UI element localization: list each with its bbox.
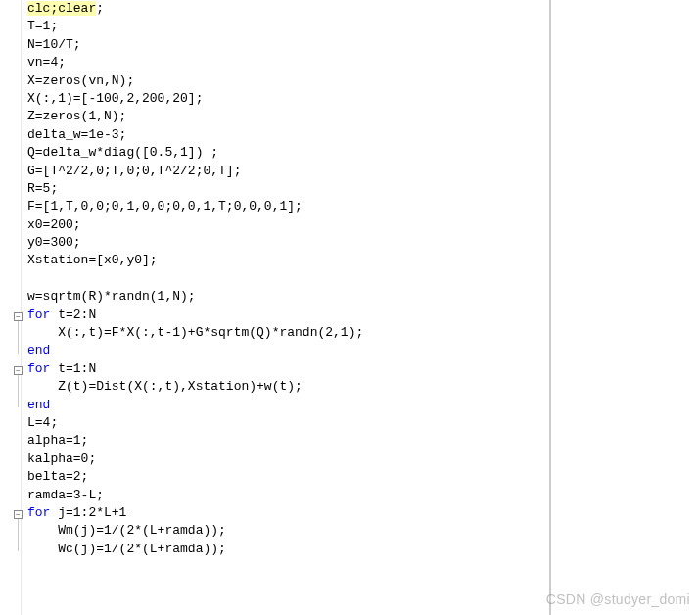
code-line: y0=300; bbox=[27, 234, 549, 252]
code-line: N=10/T; bbox=[27, 36, 549, 54]
code-line: Z(t)=Dist(X(:,t),Xstation)+w(t); bbox=[27, 378, 549, 396]
code-line: belta=2; bbox=[27, 468, 549, 486]
code-area: clc;clear;T=1;N=10/T;vn=4;X=zeros(vn,N);… bbox=[22, 0, 549, 615]
code-line: end bbox=[27, 397, 549, 414]
code-line: X=zeros(vn,N); bbox=[27, 72, 549, 90]
watermark: CSDN @studyer_domi bbox=[546, 591, 690, 607]
code-line: w=sqrtm(R)*randn(1,N); bbox=[27, 288, 549, 306]
code-line: X(:,1)=[-100,2,200,20]; bbox=[27, 90, 549, 108]
code-line: F=[1,T,0,0;0,1,0,0;0,0,1,T;0,0,0,1]; bbox=[27, 198, 549, 215]
fold-toggle[interactable]: − bbox=[14, 312, 23, 321]
code-line: vn=4; bbox=[27, 54, 549, 71]
code-line bbox=[27, 270, 549, 288]
code-editor: clc;clear;T=1;N=10/T;vn=4;X=zeros(vn,N);… bbox=[0, 0, 550, 615]
code-line: for j=1:2*L+1 bbox=[27, 504, 549, 522]
code-line: Wc(j)=1/(2*(L+ramda)); bbox=[27, 541, 549, 558]
code-line: G=[T^2/2,0;T,0;0,T^2/2;0,T]; bbox=[27, 163, 549, 180]
fold-line bbox=[18, 375, 19, 407]
code-line: clc;clear; bbox=[27, 0, 549, 18]
code-line: R=5; bbox=[27, 180, 549, 198]
fold-toggle[interactable]: − bbox=[14, 366, 23, 375]
code-line: L=4; bbox=[27, 414, 549, 432]
code-line: kalpha=0; bbox=[27, 450, 549, 468]
fold-line bbox=[18, 321, 19, 354]
right-panel bbox=[550, 0, 700, 615]
code-line: x0=200; bbox=[27, 216, 549, 234]
code-line: Q=delta_w*diag([0.5,1]) ; bbox=[27, 144, 549, 162]
code-line: Z=zeros(1,N); bbox=[27, 108, 549, 125]
code-line: ramda=3-L; bbox=[27, 487, 549, 504]
code-line: for t=1:N bbox=[27, 360, 549, 378]
code-line: X(:,t)=F*X(:,t-1)+G*sqrtm(Q)*randn(2,1); bbox=[27, 324, 549, 342]
code-line: end bbox=[27, 342, 549, 359]
fold-toggle[interactable]: − bbox=[14, 510, 23, 519]
code-line: alpha=1; bbox=[27, 432, 549, 449]
fold-line bbox=[18, 519, 19, 551]
code-line: for t=2:N bbox=[27, 307, 549, 324]
code-line: Wm(j)=1/(2*(L+ramda)); bbox=[27, 522, 549, 540]
code-line: T=1; bbox=[27, 18, 549, 35]
code-line: delta_w=1e-3; bbox=[27, 126, 549, 144]
code-line: Xstation=[x0,y0]; bbox=[27, 252, 549, 269]
